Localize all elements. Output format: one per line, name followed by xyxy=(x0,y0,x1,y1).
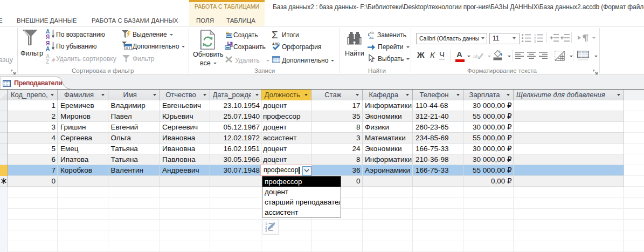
svg-text:А: А xyxy=(46,46,50,52)
svg-text:ab: ab xyxy=(473,54,479,59)
svg-text:Я: Я xyxy=(46,34,50,40)
svg-text:Z: Z xyxy=(46,59,49,65)
svg-text:3: 3 xyxy=(265,229,267,232)
svg-text:ac: ac xyxy=(369,35,373,39)
svg-text:3: 3 xyxy=(534,40,536,43)
